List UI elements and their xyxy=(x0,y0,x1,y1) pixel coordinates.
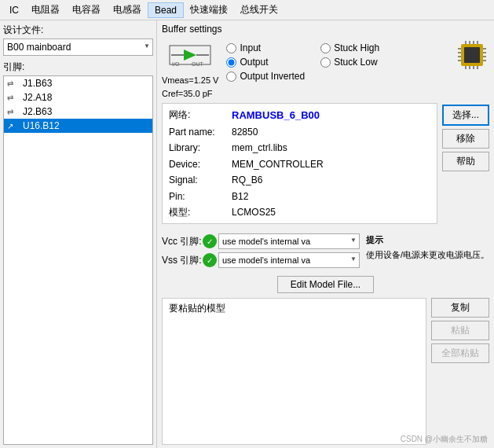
pin-label: Pin: xyxy=(169,189,232,204)
pin-list[interactable]: ⇄ J1.B63 ⇄ J2.A18 ⇄ J2.B63 ↗ U16.B12 xyxy=(3,75,153,445)
remove-button[interactable]: 移除 xyxy=(442,129,489,149)
vss-select-wrapper[interactable]: use model's internal va xyxy=(218,252,360,268)
info-row-device: Device: MEM_CONTROLLER xyxy=(169,156,430,172)
radio-output-inverted[interactable]: Output Inverted xyxy=(226,71,305,82)
edit-model-section: Edit Model File... xyxy=(162,276,489,293)
radio-output-btn[interactable] xyxy=(226,57,236,68)
select-button[interactable]: 选择... xyxy=(442,105,489,126)
pin-label-0: J1.B63 xyxy=(23,78,52,89)
signal-value: RQ_B6 xyxy=(232,172,262,188)
pin-icon-0: ⇄ xyxy=(7,79,20,88)
info-row-pin: Pin: B12 xyxy=(169,189,430,204)
pin-icon-3: ↗ xyxy=(7,122,20,130)
svg-rect-12 xyxy=(483,48,486,50)
hint-text: 使用设备/电源来更改电源电压。 xyxy=(366,248,489,262)
pin-item-j1b63[interactable]: ⇄ J1.B63 xyxy=(4,76,152,90)
network-value: RAMBUSB_6_B00 xyxy=(232,107,320,124)
menu-bead[interactable]: Bead xyxy=(148,2,184,18)
device-label: Device: xyxy=(169,156,232,172)
vss-label: Vss 引脚: xyxy=(162,254,203,267)
paste-section: 要粘贴的模型 xyxy=(162,298,426,445)
menu-bus-switch[interactable]: 总线开关 xyxy=(234,2,284,18)
svg-rect-17 xyxy=(469,41,470,44)
pin-section-label: 引脚: xyxy=(3,61,153,74)
cref-value: Cref=35.0 pF xyxy=(162,87,218,101)
vcc-row: Vcc 引脚: ✓ use model's internal va xyxy=(162,233,360,249)
copy-button[interactable]: 复制 xyxy=(431,298,489,318)
vmeas-value: Vmeas=1.25 V xyxy=(162,74,218,87)
pin-item-j2a18[interactable]: ⇄ J2.A18 xyxy=(4,90,152,105)
buffer-left: I/O OUT Vmeas=1.25 V Cref=35.0 pF xyxy=(162,38,218,100)
vss-row: Vss 引脚: ✓ use model's internal va xyxy=(162,252,360,268)
radio-col-2: Stuck High Stuck Low xyxy=(320,42,379,68)
svg-rect-11 xyxy=(458,60,461,61)
paste-button[interactable]: 粘贴 xyxy=(431,321,489,340)
svg-rect-21 xyxy=(469,66,470,69)
buffer-title: Buffer settings xyxy=(162,24,489,35)
pin-icon-2: ⇄ xyxy=(7,108,20,116)
paste-label: 要粘贴的模型 xyxy=(169,303,225,314)
menu-ic[interactable]: IC xyxy=(3,3,25,17)
radio-input[interactable]: Input xyxy=(226,42,305,53)
svg-rect-10 xyxy=(458,56,461,57)
menu-capacitor[interactable]: 电容器 xyxy=(66,2,107,18)
paste-buttons: 复制 粘贴 全部粘贴 xyxy=(431,298,489,445)
pin-icon-1: ⇄ xyxy=(7,94,20,102)
menu-quick-connect[interactable]: 快速端接 xyxy=(184,2,234,18)
info-row-network: 网络: RAMBUSB_6_B00 xyxy=(169,107,430,124)
vss-icon: ✓ xyxy=(203,253,217,267)
library-value: mem_ctrl.libs xyxy=(232,140,287,156)
vcc-label: Vcc 引脚: xyxy=(162,235,203,248)
model-label: 模型: xyxy=(169,204,232,220)
part-name-value: 82850 xyxy=(232,124,258,140)
buffer-content: I/O OUT Vmeas=1.25 V Cref=35.0 pF xyxy=(162,38,489,100)
paste-all-button[interactable]: 全部粘贴 xyxy=(431,343,489,363)
info-section: 网络: RAMBUSB_6_B00 Part name: 82850 Libra… xyxy=(162,103,437,224)
radio-stuck-high-btn[interactable] xyxy=(320,43,331,53)
network-label: 网络: xyxy=(169,107,232,124)
design-file-label: 设计文件: xyxy=(3,24,153,37)
vcc-select-wrapper[interactable]: use model's internal va xyxy=(218,233,360,249)
design-file-select-wrapper[interactable]: B00 mainboard xyxy=(3,39,153,56)
svg-rect-9 xyxy=(458,52,461,53)
help-button[interactable]: 帮助 xyxy=(442,152,489,171)
svg-rect-20 xyxy=(465,66,467,69)
hint-title: 提示 xyxy=(366,233,489,247)
pin-label-3: U16.B12 xyxy=(23,120,60,131)
svg-rect-16 xyxy=(465,41,467,44)
info-row-model: 模型: LCMOS25 xyxy=(169,204,430,220)
radio-output-inverted-btn[interactable] xyxy=(226,72,236,82)
svg-rect-15 xyxy=(483,60,486,61)
pin-item-u16b12[interactable]: ↗ U16.B12 xyxy=(4,119,152,133)
svg-rect-8 xyxy=(458,48,461,50)
radio-input-label: Input xyxy=(240,42,261,53)
pin-item-j2b63[interactable]: ⇄ J2.B63 xyxy=(4,105,152,119)
vmeas-info: Vmeas=1.25 V Cref=35.0 pF xyxy=(162,74,218,100)
radio-output[interactable]: Output xyxy=(226,57,305,68)
io-symbol-svg: I/O OUT xyxy=(168,38,212,72)
svg-rect-22 xyxy=(473,66,474,69)
radio-section: Input Output Output Inverted xyxy=(226,39,379,82)
pin-value: B12 xyxy=(232,189,248,204)
device-value: MEM_CONTROLLER xyxy=(232,156,324,172)
svg-marker-1 xyxy=(184,50,196,61)
svg-text:OUT: OUT xyxy=(192,61,204,67)
radio-columns: Input Output Output Inverted xyxy=(226,42,379,82)
menu-resistor[interactable]: 电阻器 xyxy=(25,2,66,18)
model-value: LCMOS25 xyxy=(232,204,276,220)
design-file-select[interactable]: B00 mainboard xyxy=(3,39,153,56)
info-row-signal: Signal: RQ_B6 xyxy=(169,172,430,188)
radio-input-btn[interactable] xyxy=(226,43,236,53)
vcc-select[interactable]: use model's internal va xyxy=(218,233,360,249)
radio-stuck-low[interactable]: Stuck Low xyxy=(320,57,379,68)
edit-model-button[interactable]: Edit Model File... xyxy=(277,276,374,293)
menu-inductor[interactable]: 电感器 xyxy=(107,2,148,18)
vcc-icon: ✓ xyxy=(203,234,217,248)
chip-icon xyxy=(455,38,489,72)
vss-select[interactable]: use model's internal va xyxy=(218,252,360,268)
pin-label-1: J2.A18 xyxy=(23,92,52,103)
info-row-library: Library: mem_ctrl.libs xyxy=(169,140,430,156)
radio-stuck-high[interactable]: Stuck High xyxy=(320,42,379,53)
radio-stuck-low-btn[interactable] xyxy=(320,57,331,68)
right-panel: Buffer settings I/O OUT xyxy=(157,20,494,448)
